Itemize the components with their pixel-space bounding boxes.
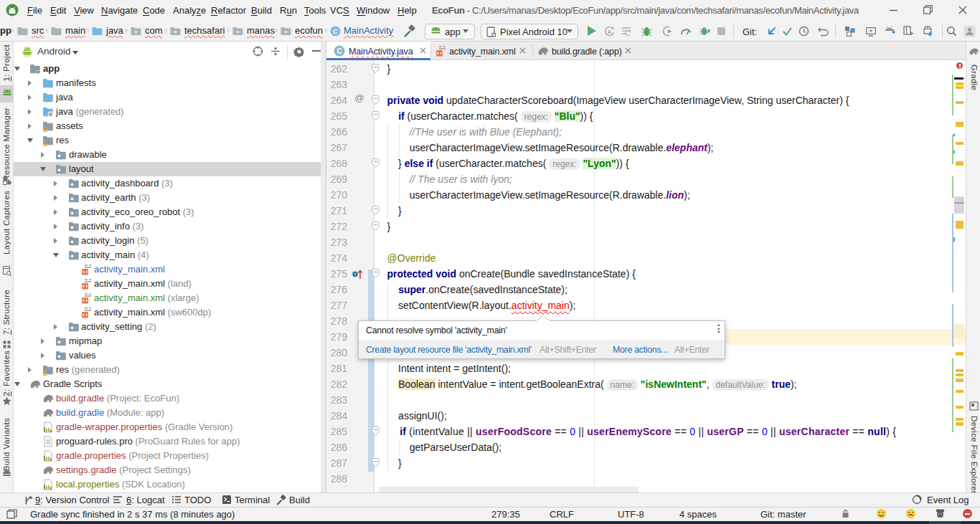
svg-text:C: C [333, 27, 338, 35]
svg-text:C: C [336, 47, 341, 55]
svg-text:A: A [608, 29, 612, 35]
